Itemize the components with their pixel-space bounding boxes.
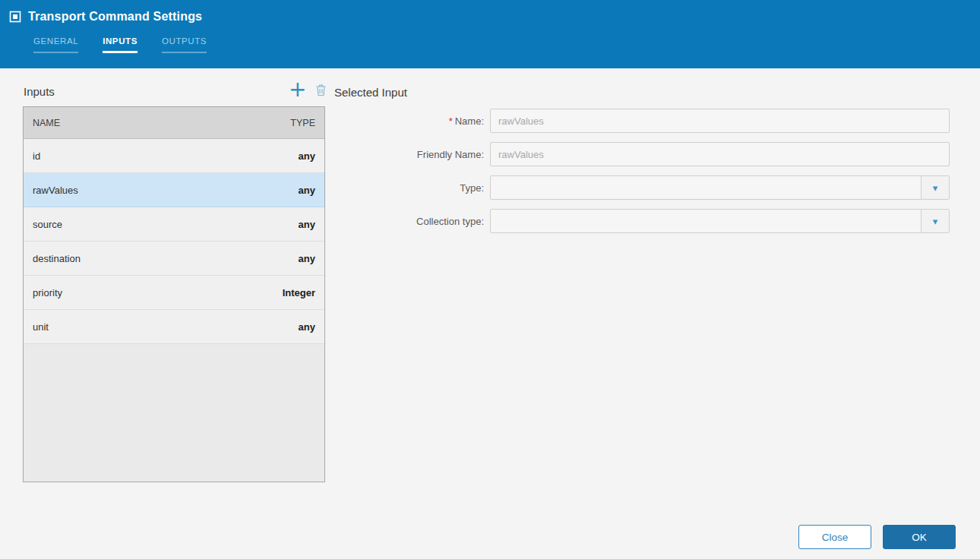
footer-actions: Close OK <box>798 525 956 549</box>
row-name: destination <box>33 253 81 264</box>
row-type: any <box>299 219 315 230</box>
friendly-name-input[interactable] <box>490 142 950 166</box>
inputs-table: NAME TYPE id any rawValues any source an… <box>23 106 325 482</box>
row-name: source <box>33 219 62 230</box>
table-row[interactable]: unit any <box>24 310 324 344</box>
ok-button[interactable]: OK <box>883 525 956 549</box>
inputs-panel-actions: + <box>289 79 327 100</box>
table-row[interactable]: source any <box>24 207 324 242</box>
trash-icon <box>315 87 327 99</box>
row-name: unit <box>33 321 49 333</box>
column-header-type: TYPE <box>290 118 315 128</box>
name-label: *Name: <box>334 115 490 127</box>
add-input-button[interactable]: + <box>289 79 306 100</box>
selected-input-form: *Name: Friendly Name: Type: ▾ Collection… <box>334 109 957 242</box>
collection-type-select[interactable]: ▾ <box>490 209 950 233</box>
required-asterisk: * <box>449 115 453 127</box>
page-title: Transport Command Settings <box>28 10 202 24</box>
tab-inputs[interactable]: INPUTS <box>103 36 138 53</box>
plus-icon: + <box>289 77 306 102</box>
row-type: any <box>299 150 315 162</box>
friendly-name-label: Friendly Name: <box>334 149 490 160</box>
selected-input-title: Selected Input <box>334 86 407 99</box>
row-type: any <box>299 253 315 264</box>
inputs-panel-title: Inputs <box>24 85 55 98</box>
table-row-selected[interactable]: rawValues any <box>24 173 324 207</box>
row-type: Integer <box>283 287 315 298</box>
chevron-down-icon: ▾ <box>921 210 949 232</box>
tab-bar: GENERAL INPUTS OUTPUTS <box>33 36 207 53</box>
type-select-value <box>491 176 921 199</box>
name-input[interactable] <box>490 109 950 133</box>
column-header-name: NAME <box>33 118 60 128</box>
chevron-down-icon: ▾ <box>921 176 949 199</box>
row-name: id <box>33 150 40 162</box>
table-row[interactable]: priority Integer <box>24 276 324 310</box>
type-select[interactable]: ▾ <box>490 175 950 200</box>
collection-type-label: Collection type: <box>334 216 490 227</box>
collection-type-select-value <box>491 210 921 232</box>
inputs-table-header: NAME TYPE <box>24 107 324 139</box>
form-row-type: Type: ▾ <box>334 175 957 200</box>
close-button[interactable]: Close <box>798 525 871 549</box>
form-row-friendly-name: Friendly Name: <box>334 142 957 166</box>
delete-input-button[interactable] <box>315 84 327 99</box>
table-row[interactable]: id any <box>24 139 324 173</box>
header: Transport Command Settings GENERAL INPUT… <box>0 0 980 68</box>
tab-general[interactable]: GENERAL <box>33 36 78 53</box>
tab-outputs[interactable]: OUTPUTS <box>162 36 207 53</box>
form-row-collection-type: Collection type: ▾ <box>334 209 957 233</box>
type-label: Type: <box>334 182 490 194</box>
row-type: any <box>299 185 315 196</box>
row-type: any <box>299 321 315 333</box>
settings-window-icon <box>9 11 21 23</box>
table-row[interactable]: destination any <box>24 242 324 276</box>
row-name: priority <box>33 287 62 298</box>
form-row-name: *Name: <box>334 109 957 133</box>
row-name: rawValues <box>33 185 78 196</box>
